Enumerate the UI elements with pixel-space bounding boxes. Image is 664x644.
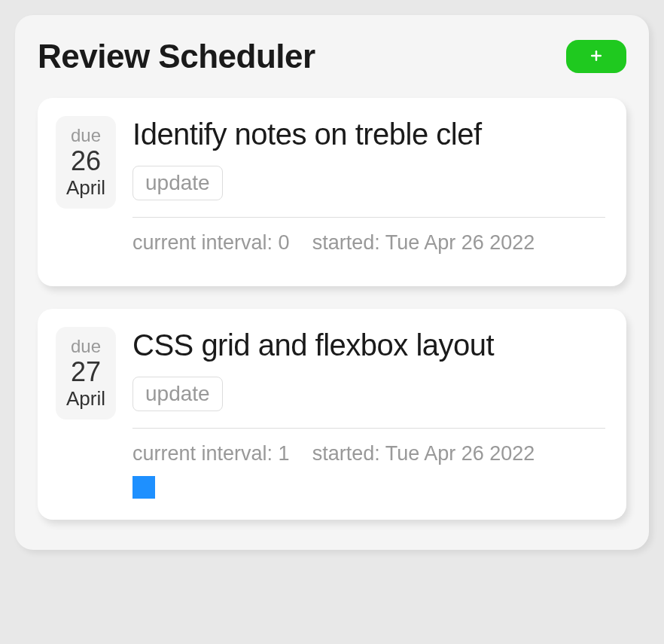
due-date-badge: due 27 April: [56, 327, 116, 420]
card-title: CSS grid and flexbox layout: [132, 327, 605, 363]
review-card: due 26 April Identify notes on treble cl…: [38, 98, 626, 286]
divider: [132, 428, 605, 429]
progress-row: [132, 476, 605, 499]
update-button[interactable]: update: [132, 377, 223, 411]
card-body: CSS grid and flexbox layout update curre…: [132, 327, 605, 499]
add-button[interactable]: [566, 40, 626, 73]
due-label: due: [66, 336, 105, 357]
page-title: Review Scheduler: [38, 38, 315, 75]
card-title: Identify notes on treble clef: [132, 116, 605, 152]
progress-block: [132, 476, 155, 499]
started-info: started: Tue Apr 26 2022: [312, 231, 535, 255]
review-card: due 27 April CSS grid and flexbox layout…: [38, 309, 626, 520]
due-day: 26: [66, 146, 105, 176]
meta-row: current interval: 1 started: Tue Apr 26 …: [132, 442, 605, 465]
card-body: Identify notes on treble clef update cur…: [132, 116, 605, 265]
meta-row: current interval: 0 started: Tue Apr 26 …: [132, 231, 605, 255]
interval-info: current interval: 0: [132, 231, 290, 255]
due-date-badge: due 26 April: [56, 116, 116, 209]
due-label: due: [66, 125, 105, 146]
scheduler-panel: Review Scheduler due 26 April Identify n…: [15, 15, 649, 550]
header: Review Scheduler: [38, 38, 626, 75]
due-month: April: [66, 387, 105, 411]
interval-info: current interval: 1: [132, 442, 290, 465]
due-month: April: [66, 176, 105, 200]
plus-icon: [589, 48, 604, 66]
started-info: started: Tue Apr 26 2022: [312, 442, 535, 465]
due-day: 27: [66, 357, 105, 387]
update-button[interactable]: update: [132, 166, 223, 200]
divider: [132, 217, 605, 218]
